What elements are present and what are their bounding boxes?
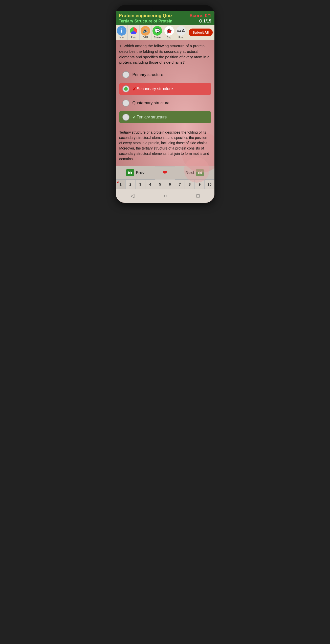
qnum-label-6: 6 — [169, 182, 171, 186]
qnum-label-4: 4 — [149, 182, 151, 186]
qnum-cell-6[interactable]: 6 — [165, 180, 175, 189]
prev-icon-box: ⏮ — [126, 169, 134, 176]
radio-secondary-dot — [124, 87, 128, 91]
android-nav-bar: ◁ ○ □ — [116, 189, 214, 203]
share-icon: 💬 — [152, 26, 162, 36]
qnum-cell-9[interactable]: 9 — [195, 180, 205, 189]
question-number-strip: ✗ 1 2 3 4 5 6 7 8 — [116, 180, 214, 189]
toolbar-pink[interactable]: Pink — [128, 25, 140, 40]
qnum-cell-8[interactable]: 8 — [185, 180, 195, 189]
qnum-label-7: 7 — [179, 182, 181, 186]
question-area: 1. Which among the following structure o… — [116, 40, 214, 127]
app-title: Protein engineering Quiz — [119, 13, 173, 18]
qnum-cell-1[interactable]: ✗ 1 — [116, 180, 126, 189]
qnum-cell-2[interactable]: 2 — [126, 180, 136, 189]
qnum-x-1: ✗ — [117, 180, 119, 184]
notch — [152, 6, 178, 10]
toolbar-info[interactable]: i Info — [116, 25, 128, 40]
sound-icon: 🔊 — [141, 26, 150, 36]
qnum-label-3: 3 — [139, 182, 141, 186]
toolbar-bug[interactable]: 🐞 Bug — [163, 25, 175, 40]
pink-icon — [129, 26, 138, 36]
toolbar-bug-label: Bug — [167, 36, 171, 39]
question-body: Which among the following structure of a… — [119, 44, 210, 64]
header-row2: Tertiary Structure of Protein Q.1/15 — [119, 19, 211, 23]
font-icon: AAA — [176, 26, 186, 36]
prev-label: Prev — [136, 170, 145, 175]
question-number: 1. — [119, 44, 123, 48]
toolbar-share-label: Share — [154, 36, 161, 39]
android-back-button[interactable]: ◁ — [125, 192, 139, 200]
toolbar-share[interactable]: 💬 Share — [151, 25, 163, 40]
qnum-label-5: 5 — [159, 182, 161, 186]
correct-mark-tertiary: ✓ — [133, 115, 136, 120]
option-secondary-label: Secondary structure — [137, 87, 173, 91]
header-row1: Protein engineering Quiz Score: 0/1 — [119, 13, 211, 18]
toolbar-font[interactable]: AAA Font — [175, 25, 187, 40]
toolbar-info-label: Info — [119, 36, 124, 39]
prev-arrow-icon: ⏮ — [128, 170, 133, 176]
question-text: 1. Which among the following structure o… — [119, 43, 211, 65]
score-display: Score: 0/1 — [189, 13, 211, 18]
bug-icon: 🐞 — [164, 26, 174, 36]
app-container: Protein engineering Quiz Score: 0/1 Tert… — [116, 11, 214, 203]
qnum-label-10: 10 — [208, 182, 212, 186]
option-quaternary-label: Quaternary structure — [133, 101, 170, 105]
toolbar-sound[interactable]: 🔊 OFF — [140, 25, 151, 40]
radio-primary — [122, 71, 129, 78]
next-button[interactable]: Next ⏭ — [175, 166, 214, 180]
wrong-mark-secondary: ✗ — [133, 87, 136, 91]
next-arrow-icon: ⏭ — [197, 170, 202, 176]
option-secondary[interactable]: ✗ Secondary structure — [119, 83, 211, 95]
quiz-subtitle: Tertiary Structure of Protein — [119, 19, 172, 23]
heart-icon: ❤ — [163, 169, 167, 176]
status-bar — [116, 5, 214, 11]
radio-quaternary — [122, 100, 129, 107]
option-primary[interactable]: Primary structure — [119, 69, 211, 81]
toolbar: i Info Pink 🔊 OFF 💬 Share 🐞 Bug — [116, 25, 214, 40]
qnum-cell-7[interactable]: 7 — [175, 180, 185, 189]
toolbar-sound-label: OFF — [143, 36, 148, 39]
radio-secondary — [122, 85, 129, 92]
option-tertiary-label: Tertiary structure — [137, 115, 167, 119]
info-icon: i — [117, 26, 126, 36]
radio-tertiary — [122, 114, 129, 121]
phone-shell: Protein engineering Quiz Score: 0/1 Tert… — [116, 5, 214, 203]
qnum-cell-10[interactable]: 10 — [205, 180, 214, 189]
qnum-label-9: 9 — [199, 182, 201, 186]
toolbar-font-label: Font — [179, 36, 184, 39]
android-recent-button[interactable]: □ — [191, 192, 205, 200]
explanation-text: Tertiary structure of a protein describe… — [116, 127, 214, 166]
option-quaternary[interactable]: Quaternary structure — [119, 97, 211, 109]
qnum-cell-4[interactable]: 4 — [145, 180, 155, 189]
question-number-header: Q.1/15 — [199, 19, 211, 23]
qnum-label-1: 1 — [120, 182, 122, 186]
toolbar-pink-label: Pink — [131, 36, 136, 39]
option-tertiary[interactable]: ✓ Tertiary structure — [119, 111, 211, 123]
android-home-button[interactable]: ○ — [159, 192, 172, 200]
prev-button[interactable]: ⏮ Prev — [116, 166, 155, 180]
nav-bar: ⏮ Prev ❤ Next ⏭ — [116, 166, 214, 180]
qnum-cell-5[interactable]: 5 — [155, 180, 165, 189]
qnum-label-8: 8 — [189, 182, 191, 186]
qnum-label-2: 2 — [129, 182, 131, 186]
heart-button[interactable]: ❤ — [155, 166, 175, 179]
next-label: Next — [185, 170, 194, 175]
header: Protein engineering Quiz Score: 0/1 Tert… — [116, 11, 214, 25]
qnum-cell-3[interactable]: 3 — [136, 180, 145, 189]
option-primary-label: Primary structure — [133, 72, 163, 77]
next-icon-box: ⏭ — [196, 169, 204, 176]
submit-all-button[interactable]: Submit All — [189, 29, 213, 36]
